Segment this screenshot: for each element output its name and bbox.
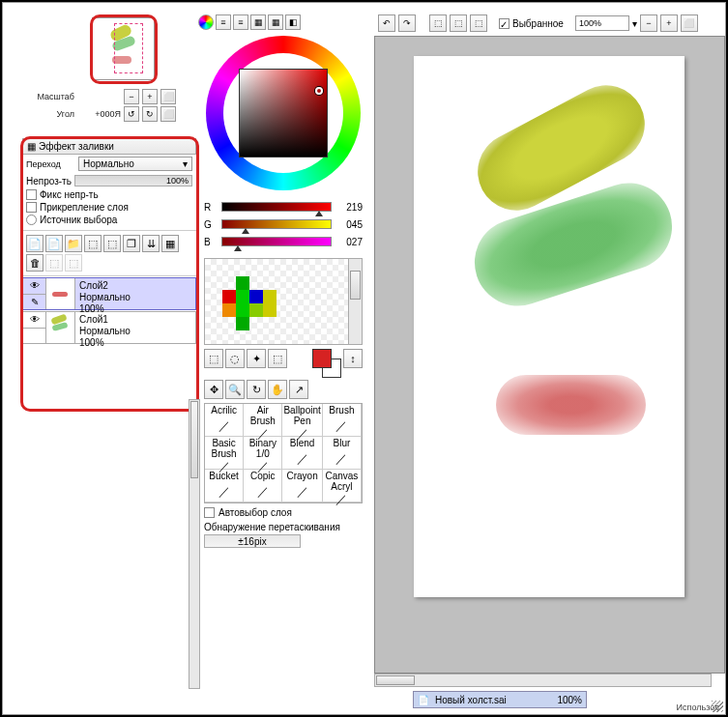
swatch[interactable] bbox=[222, 317, 236, 330]
show-sel-button[interactable]: ⬚ bbox=[470, 14, 487, 32]
swatch[interactable] bbox=[236, 317, 249, 330]
flatten-button[interactable]: ⬚ bbox=[45, 254, 63, 272]
move-tool[interactable]: ✥ bbox=[204, 380, 223, 399]
fg-bg-color[interactable] bbox=[312, 349, 341, 378]
brush-preset[interactable]: Acrilic／ bbox=[205, 404, 244, 437]
swatch[interactable] bbox=[263, 303, 277, 317]
swatch[interactable] bbox=[222, 276, 236, 290]
layer-item[interactable]: 👁 Слой1 Нормально 100% bbox=[22, 311, 196, 344]
desel-button[interactable]: ⬚ bbox=[429, 14, 447, 32]
hsv-tab[interactable]: ≡ bbox=[233, 14, 248, 30]
swatch[interactable] bbox=[263, 317, 277, 330]
new-linework-button[interactable]: 📄 bbox=[45, 235, 63, 252]
selection-source-radio[interactable] bbox=[26, 215, 37, 225]
rect-select-tool[interactable]: ⬚ bbox=[204, 349, 223, 368]
zoom-fit-button[interactable]: ⬜ bbox=[681, 14, 698, 32]
swatch[interactable] bbox=[222, 290, 236, 303]
new-layer-button[interactable]: 📄 bbox=[26, 235, 44, 252]
brush-preset[interactable]: Copic／ bbox=[244, 470, 282, 502]
brush-preset[interactable]: Brush／ bbox=[323, 404, 362, 437]
drag-detect-slider[interactable]: ±16pix bbox=[204, 534, 301, 548]
rotate-tool[interactable]: ↻ bbox=[247, 380, 266, 399]
swatch[interactable] bbox=[222, 303, 236, 317]
brush-preset[interactable]: Air Brush／ bbox=[244, 404, 282, 437]
zoom-input[interactable] bbox=[575, 15, 629, 31]
swatch[interactable] bbox=[277, 303, 290, 317]
swatch[interactable] bbox=[249, 276, 263, 290]
swatch[interactable] bbox=[277, 276, 290, 290]
magic-wand-tool[interactable]: ✦ bbox=[247, 349, 266, 368]
fix-opacity-checkbox[interactable] bbox=[26, 189, 37, 200]
rotate-reset-button[interactable]: ⬜ bbox=[160, 106, 176, 122]
zoom-out-canvas-button[interactable]: − bbox=[640, 14, 657, 32]
opacity-slider[interactable]: 100% bbox=[74, 175, 192, 186]
swatch[interactable] bbox=[236, 290, 249, 303]
extra-button[interactable]: ⬚ bbox=[65, 254, 82, 272]
zoom-reset-button[interactable]: ⬜ bbox=[160, 89, 176, 104]
rgb-tab[interactable]: ≡ bbox=[216, 14, 231, 30]
brush-preset[interactable]: Blend／ bbox=[282, 437, 322, 470]
eyedropper-tool[interactable]: ↗ bbox=[289, 380, 308, 399]
swatch[interactable] bbox=[249, 290, 263, 303]
zoom-in-button[interactable]: + bbox=[142, 89, 158, 104]
brush-preset[interactable]: Binary 1/0／ bbox=[244, 437, 282, 470]
swatch[interactable] bbox=[236, 276, 249, 290]
mask-button[interactable]: ⬚ bbox=[103, 235, 121, 252]
swatch[interactable] bbox=[249, 303, 263, 317]
brush-preset[interactable]: Bucket／ bbox=[205, 470, 244, 502]
chevron-down-icon[interactable]: ▾ bbox=[632, 18, 637, 29]
hand-tool[interactable]: ✋ bbox=[268, 380, 287, 399]
invert-sel-button[interactable]: ⬚ bbox=[450, 14, 467, 32]
g-slider[interactable] bbox=[221, 219, 332, 229]
delete-layer-button[interactable]: 🗑 bbox=[26, 254, 44, 272]
swatch[interactable] bbox=[277, 290, 290, 303]
zoom-in-canvas-button[interactable]: + bbox=[660, 14, 678, 32]
canvas-viewport[interactable] bbox=[374, 36, 725, 674]
swatch[interactable] bbox=[277, 317, 290, 330]
brush-preset[interactable]: Canvas Acryl／ bbox=[323, 470, 362, 502]
color-wheel-tab[interactable] bbox=[198, 14, 214, 30]
swatch[interactable] bbox=[263, 276, 277, 290]
zoom-tool[interactable]: 🔍 bbox=[225, 380, 245, 399]
selected-checkbox[interactable]: ✓ bbox=[499, 18, 510, 29]
b-slider[interactable] bbox=[221, 237, 332, 246]
brush-preset[interactable]: Ballpoint Pen／ bbox=[282, 404, 322, 437]
eye-icon[interactable]: 👁 bbox=[23, 278, 45, 295]
brush-preset[interactable]: Blur／ bbox=[323, 437, 362, 470]
file-tab[interactable]: 📄 Новый холст.sai 100% bbox=[413, 691, 587, 708]
swatch-palette[interactable] bbox=[204, 258, 363, 345]
zoom-out-button[interactable]: − bbox=[124, 89, 139, 104]
transfer-button[interactable]: ⬚ bbox=[84, 235, 102, 252]
layer-copy-button[interactable]: ❐ bbox=[123, 235, 140, 252]
rotate-cw-button[interactable]: ↻ bbox=[142, 106, 158, 122]
redo-button[interactable]: ↷ bbox=[398, 14, 416, 32]
sv-cursor[interactable] bbox=[315, 87, 323, 95]
clip-layer-checkbox[interactable] bbox=[26, 202, 37, 213]
resize-grip[interactable] bbox=[712, 701, 723, 712]
eye-icon[interactable]: 👁 bbox=[23, 312, 45, 329]
canvas[interactable] bbox=[414, 56, 684, 597]
brush-preset[interactable]: Basic Brush／ bbox=[205, 437, 244, 470]
auto-select-checkbox[interactable] bbox=[204, 507, 215, 518]
move-sel-tool[interactable]: ⬚ bbox=[268, 349, 287, 368]
swatch[interactable] bbox=[263, 290, 277, 303]
swatch[interactable] bbox=[236, 303, 249, 317]
layer-item[interactable]: 👁✎ Слой2 Нормально 100% bbox=[22, 277, 196, 310]
lasso-tool[interactable]: ◌ bbox=[225, 349, 245, 368]
new-folder-button[interactable]: 📁 bbox=[65, 235, 82, 252]
r-slider[interactable] bbox=[221, 202, 332, 212]
swatch-scrollbar[interactable] bbox=[348, 259, 362, 344]
rotate-ccw-button[interactable]: ↺ bbox=[124, 106, 139, 122]
scratchpad-tab[interactable]: ◧ bbox=[285, 14, 301, 30]
blend-mode-select[interactable]: Нормально ▾ bbox=[78, 157, 192, 171]
merge-down-button[interactable]: ⇊ bbox=[142, 235, 160, 252]
swap-color-button[interactable]: ↕ bbox=[343, 349, 363, 368]
mixer-tab[interactable]: ▦ bbox=[250, 14, 266, 30]
sv-picker[interactable] bbox=[239, 69, 328, 158]
undo-button[interactable]: ↶ bbox=[378, 14, 395, 32]
canvas-h-scrollbar[interactable] bbox=[374, 674, 712, 687]
pencil-icon[interactable]: ✎ bbox=[23, 295, 45, 310]
swatches-tab[interactable]: ▦ bbox=[268, 14, 283, 30]
brush-preset[interactable]: Crayon／ bbox=[282, 470, 322, 502]
clear-layer-button[interactable]: ▦ bbox=[161, 235, 179, 252]
